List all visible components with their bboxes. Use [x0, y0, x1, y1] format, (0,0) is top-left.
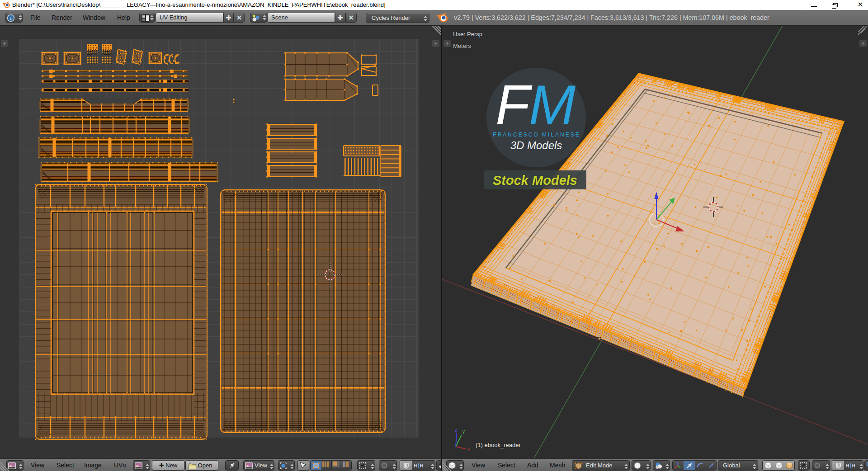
- svg-text:x: x: [467, 447, 470, 452]
- svg-text:y: y: [462, 429, 465, 434]
- svg-text:i: i: [10, 15, 12, 21]
- svg-text:z: z: [455, 428, 457, 433]
